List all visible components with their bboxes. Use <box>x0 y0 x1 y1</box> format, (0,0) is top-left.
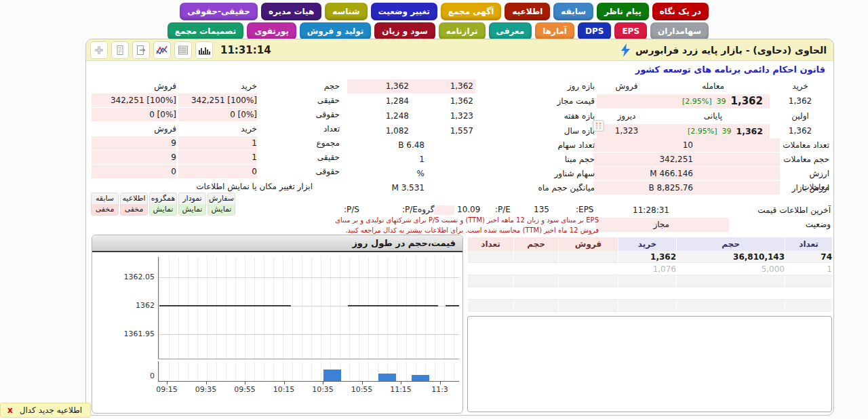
tool-nemoodar[interactable]: نمودارنمایش <box>178 193 206 216</box>
order-book-row[interactable] <box>467 287 832 300</box>
stat-value: 342,251 <box>593 153 780 166</box>
range-high: 1,323 <box>412 109 476 123</box>
tab-eps[interactable]: EPS <box>614 22 647 40</box>
tab-moarefi[interactable]: معرفی <box>489 22 532 40</box>
spacer <box>257 122 315 136</box>
col-first-label: اولین <box>770 109 831 123</box>
sell-value: 342,251 [100%] <box>92 94 176 107</box>
last-info-label: آخرین اطلاعات قیمت <box>729 203 831 218</box>
tool-sabeghe[interactable]: سابقهمخفی <box>91 193 119 216</box>
tab-agahi-majma[interactable]: آگهی مجمع <box>441 3 502 20</box>
tools-title: ابزار تغییر مکان یا نمایش اطلاعات <box>92 182 313 191</box>
list-icon[interactable] <box>174 41 192 59</box>
order-cell <box>676 275 785 287</box>
xtick-mark <box>206 381 207 384</box>
row-label: حقوقی <box>315 108 340 121</box>
yesterday-price: 1,323 <box>597 124 656 138</box>
xtick-label: 10:55 <box>347 385 378 394</box>
price-line-segment <box>446 305 459 306</box>
codal-notification[interactable]: اطلاعیه جدید کدال x <box>0 403 91 418</box>
order-cell <box>785 275 832 287</box>
tab-sood-zian[interactable]: سود و زیان <box>374 22 435 40</box>
tool-label: همگروه <box>150 193 176 204</box>
volume-bars-icon[interactable] <box>195 41 213 59</box>
order-cell <box>513 251 558 263</box>
order-book-header: تعدادحجمخریدفروشحجمتعداد <box>467 237 832 251</box>
tab-sahamdaran[interactable]: سهامداران <box>650 22 709 40</box>
order-cell <box>513 287 558 300</box>
tab-shenase[interactable]: شناسه <box>325 3 367 20</box>
tool-hamgorooh[interactable]: همگروهنمایش <box>149 193 177 216</box>
stat-label: ارزش بازار <box>780 181 831 195</box>
close-price: 1,362 <box>736 124 763 138</box>
ps-label: P/S: <box>344 204 359 216</box>
sell-col-header: تعداد <box>467 237 513 251</box>
close-change: 39 <box>722 124 731 138</box>
xtick-mark <box>167 381 167 384</box>
close-change-pct: [2.95%] <box>688 124 717 138</box>
tool-label: سابقه <box>92 193 118 204</box>
order-cell <box>785 287 832 300</box>
tab-etelaieh[interactable]: اطلاعیه <box>505 3 550 20</box>
range-low: 1,362 <box>347 79 412 94</box>
spacer <box>176 165 178 178</box>
order-cell <box>676 300 785 312</box>
toolbar <box>90 41 213 59</box>
tab-dps[interactable]: DPS <box>578 22 611 40</box>
chart-lines-icon[interactable] <box>153 41 171 59</box>
order-cell <box>513 275 558 287</box>
order-cell <box>467 263 513 275</box>
tab-payam-nazer[interactable]: پیام ناظر <box>597 3 649 20</box>
xtick-label: 09:15 <box>151 385 182 394</box>
share-stats: تعداد سهام6.48 Bحجم مبنا1سهام شناور%میان… <box>347 138 595 195</box>
order-cell <box>558 275 618 287</box>
tab-taghir-vaziat[interactable]: تغییر وضعیت <box>371 3 437 20</box>
gridline <box>158 277 459 278</box>
price-baseline <box>158 359 459 359</box>
spacer <box>176 94 178 107</box>
order-book-row[interactable]: 7436,810,1431,362 <box>467 251 832 263</box>
tab-tasmimat-majma[interactable]: تصمیمات مجمع <box>167 22 243 40</box>
eps-label: EPS: <box>576 204 593 216</box>
tool-state: نمایش <box>179 204 205 215</box>
tool-state: مخفی <box>92 204 118 215</box>
volume-bar <box>378 374 396 381</box>
spacer <box>257 94 315 107</box>
report-icon[interactable] <box>111 41 129 59</box>
add-icon[interactable] <box>90 41 108 59</box>
tab-heiat-modire[interactable]: هیات مدیره <box>261 3 321 20</box>
sell-value: 0 [0%] <box>92 108 176 121</box>
spacer <box>427 138 517 152</box>
spacer <box>176 151 178 164</box>
xtick-mark <box>245 381 245 384</box>
tab-haghighi-hoghughi[interactable]: حقیقی-حقوقی <box>180 3 258 20</box>
tab-taraznameh[interactable]: ترازنامه <box>439 22 486 40</box>
order-book-row[interactable] <box>467 275 832 287</box>
buy-value: 342,251 [100%] <box>178 94 257 107</box>
tool-sefaresh[interactable]: سفارشنمایش <box>208 193 235 216</box>
stat-label: میانگین حجم ماه <box>517 181 595 195</box>
tab-sabeghe[interactable]: سابقه <box>553 3 593 20</box>
tab-amarha[interactable]: آمارها <box>535 22 574 40</box>
order-book-row[interactable]: 15,0001,076 <box>467 263 832 275</box>
sell-price-cell <box>597 94 656 108</box>
export-icon[interactable] <box>132 41 150 59</box>
order-book-row[interactable] <box>467 300 832 312</box>
tool-label: سفارش <box>208 193 235 204</box>
close-price-cell: 1,362 39 [2.95%] <box>656 124 770 138</box>
order-cell: 36,810,143 <box>676 251 785 263</box>
stat-label: ارزش معاملات <box>780 167 831 180</box>
col-buy-label: خرید <box>770 79 831 94</box>
volume-bar <box>412 375 429 381</box>
spacer <box>476 124 551 138</box>
flash-icon <box>621 43 630 57</box>
trade-price: 1,362 <box>731 94 763 108</box>
spacer <box>476 109 551 123</box>
tab-dar-yek-negah[interactable]: در یک نگاه <box>652 3 709 20</box>
tab-portfolio[interactable]: پورتفوی <box>247 22 296 40</box>
tab-tolid-forush[interactable]: تولید و فروش <box>300 22 372 40</box>
subtitle-link[interactable]: قانون احکام دائمی برنامه های توسعه کشور <box>635 64 825 75</box>
close-icon[interactable]: x <box>7 405 13 415</box>
tool-etelaieh[interactable]: اطلاعیهمخفی <box>120 193 148 216</box>
buy-col-header: حجم <box>676 237 785 251</box>
